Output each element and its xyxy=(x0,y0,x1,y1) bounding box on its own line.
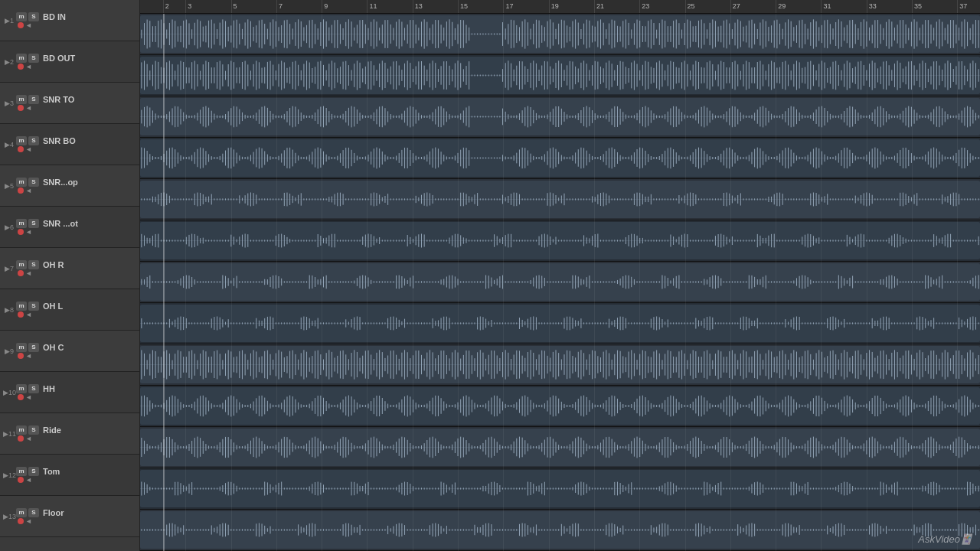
ruler-tick-15 xyxy=(458,0,459,13)
input-arrow-1[interactable]: ◄ xyxy=(25,21,32,29)
input-arrow-2[interactable]: ◄ xyxy=(25,63,32,70)
app: ▶1mSBD IN◄▶2mSBD OUT◄▶3mSSNR TO◄▶4mSSNR … xyxy=(0,0,980,551)
ruler-tick-9 xyxy=(322,0,322,13)
record-dot-3[interactable] xyxy=(18,105,24,111)
grid-line-9 xyxy=(322,14,322,551)
record-dot-8[interactable] xyxy=(18,311,24,318)
mute-button-4[interactable]: m xyxy=(16,136,27,145)
input-arrow-3[interactable]: ◄ xyxy=(25,104,32,112)
ruler-label-3: 3 xyxy=(188,2,191,10)
mute-button-5[interactable]: m xyxy=(16,178,27,187)
record-dot-12[interactable] xyxy=(18,477,24,483)
track-name-12: Tom xyxy=(43,467,136,476)
solo-button-1[interactable]: S xyxy=(28,12,39,21)
ruler-tick-17 xyxy=(503,0,504,13)
input-arrow-5[interactable]: ◄ xyxy=(25,187,32,194)
grid-line-27 xyxy=(730,14,731,551)
track-inner-6: mSSNR ...ot◄ xyxy=(16,219,136,236)
track-header-8: ▶8mSOH L◄ xyxy=(0,289,139,331)
input-arrow-13[interactable]: ◄ xyxy=(25,517,32,525)
record-dot-10[interactable] xyxy=(18,394,24,400)
track-lane-12 xyxy=(140,468,980,510)
record-dot-9[interactable] xyxy=(18,353,24,359)
ruler-label-15: 15 xyxy=(460,2,468,10)
solo-button-11[interactable]: S xyxy=(28,425,39,435)
solo-button-4[interactable]: S xyxy=(28,136,39,145)
track-inner-13: mSFloor◄ xyxy=(16,508,136,525)
mute-button-2[interactable]: m xyxy=(16,54,27,63)
solo-button-12[interactable]: S xyxy=(28,467,39,476)
track-inner-12: mSTom◄ xyxy=(16,467,136,484)
track-header-6: ▶6mSSNR ...ot◄ xyxy=(0,207,139,248)
ruler-tick-19 xyxy=(549,0,550,13)
input-arrow-6[interactable]: ◄ xyxy=(25,228,32,236)
mute-button-8[interactable]: m xyxy=(16,302,27,311)
track-lane-13 xyxy=(140,510,980,551)
mute-button-3[interactable]: m xyxy=(16,95,27,104)
track-inner-3: mSSNR TO◄ xyxy=(16,95,136,112)
ruler: 235791113151719212325272931333537 xyxy=(140,0,980,14)
input-arrow-11[interactable]: ◄ xyxy=(25,435,32,442)
track-number-8: ▶8 xyxy=(3,306,14,314)
solo-button-6[interactable]: S xyxy=(28,219,39,228)
record-dot-11[interactable] xyxy=(18,435,24,442)
ruler-label-5: 5 xyxy=(234,2,237,10)
mute-button-7[interactable]: m xyxy=(16,260,27,269)
track-name-9: OH C xyxy=(43,343,136,352)
input-arrow-10[interactable]: ◄ xyxy=(25,393,32,401)
record-dot-2[interactable] xyxy=(18,64,24,70)
grid-line-33 xyxy=(867,14,867,551)
grid-line-7 xyxy=(276,14,277,551)
record-dot-5[interactable] xyxy=(18,187,24,194)
track-header-12: ▶12mSTom◄ xyxy=(0,455,139,496)
record-dot-7[interactable] xyxy=(18,270,24,276)
solo-button-5[interactable]: S xyxy=(28,178,39,187)
solo-button-3[interactable]: S xyxy=(28,95,39,104)
track-name-13: Floor xyxy=(43,508,136,517)
waveform-4 xyxy=(140,138,980,178)
track-name-1: BD IN xyxy=(43,12,136,21)
record-dot-6[interactable] xyxy=(18,229,24,235)
mute-button-10[interactable]: m xyxy=(16,384,27,393)
solo-button-8[interactable]: S xyxy=(28,302,39,311)
input-arrow-12[interactable]: ◄ xyxy=(25,476,32,484)
grid-line-21 xyxy=(594,14,595,551)
ruler-tick-29 xyxy=(776,0,776,13)
record-dot-13[interactable] xyxy=(18,518,24,524)
grid-line-11 xyxy=(367,14,368,551)
input-arrow-9[interactable]: ◄ xyxy=(25,352,32,360)
track-inner-4: mSSNR BO◄ xyxy=(16,136,136,153)
track-number-9: ▶9 xyxy=(3,347,14,355)
grid-line-17 xyxy=(503,14,504,551)
track-number-13: ▶13 xyxy=(3,513,14,520)
mute-button-13[interactable]: m xyxy=(16,508,27,517)
grid-line-29 xyxy=(776,14,776,551)
grid-line-19 xyxy=(549,14,550,551)
mute-button-11[interactable]: m xyxy=(16,425,27,435)
mute-button-6[interactable]: m xyxy=(16,219,27,228)
solo-button-9[interactable]: S xyxy=(28,343,39,352)
input-arrow-4[interactable]: ◄ xyxy=(25,145,32,153)
ruler-tick-2 xyxy=(163,0,164,13)
input-arrow-8[interactable]: ◄ xyxy=(25,311,32,318)
record-dot-4[interactable] xyxy=(18,146,24,152)
solo-button-10[interactable]: S xyxy=(28,384,39,393)
track-name-5: SNR...op xyxy=(43,178,136,187)
solo-button-7[interactable]: S xyxy=(28,260,39,269)
mute-button-12[interactable]: m xyxy=(16,467,27,476)
timeline-container: ▶1mSBD IN◄▶2mSBD OUT◄▶3mSSNR TO◄▶4mSSNR … xyxy=(0,0,980,551)
track-number-6: ▶6 xyxy=(3,223,14,231)
ruler-label-11: 11 xyxy=(369,2,377,10)
solo-button-2[interactable]: S xyxy=(28,54,39,63)
ruler-tick-5 xyxy=(231,0,232,13)
input-arrow-7[interactable]: ◄ xyxy=(25,269,32,277)
track-header-7: ▶7mSOH R◄ xyxy=(0,248,139,289)
track-inner-10: mSHH◄ xyxy=(16,384,136,401)
record-dot-1[interactable] xyxy=(18,22,24,28)
solo-button-13[interactable]: S xyxy=(28,508,39,517)
waveform-11 xyxy=(140,427,980,468)
mute-button-1[interactable]: m xyxy=(16,12,27,21)
mute-button-9[interactable]: m xyxy=(16,343,27,352)
grid-line-25 xyxy=(685,14,686,551)
waveform-12 xyxy=(140,468,980,509)
